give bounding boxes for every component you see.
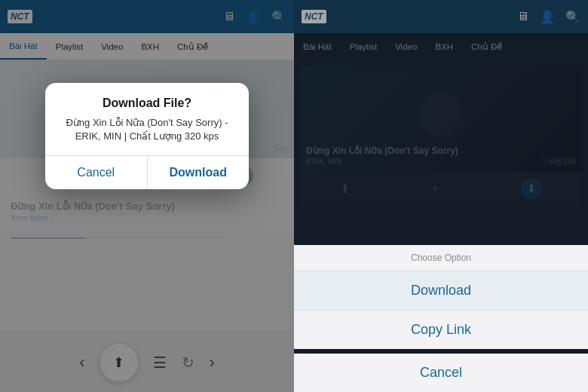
right-panel: NCT 🖥 👤 🔍 Bài Hát Playlist Video BXH Chủ…	[294, 0, 588, 392]
action-sheet: Choose Option Download Copy Link Cancel	[294, 245, 588, 392]
left-panel: NCT 🖥 👤 🔍 Bài Hát Playlist Video BXH Chủ…	[0, 0, 294, 392]
action-sheet-download-button[interactable]: Download	[294, 271, 588, 310]
download-dialog-overlay: Download File? Đừng Xin Lỗi Nữa (Don't S…	[0, 0, 294, 392]
dialog-message: Đừng Xin Lỗi Nữa (Don't Say Sorry) - ERI…	[60, 116, 234, 143]
action-sheet-copy-link-button[interactable]: Copy Link	[294, 310, 588, 349]
download-dialog: Download File? Đừng Xin Lỗi Nữa (Don't S…	[45, 83, 249, 189]
action-sheet-cancel-button[interactable]: Cancel	[294, 354, 588, 392]
dialog-content: Download File? Đừng Xin Lỗi Nữa (Don't S…	[45, 83, 249, 155]
dialog-download-button[interactable]: Download	[148, 156, 250, 189]
dialog-cancel-button[interactable]: Cancel	[45, 156, 148, 189]
action-sheet-title: Choose Option	[294, 245, 588, 271]
app-background: NCT 🖥 👤 🔍 Bài Hát Playlist Video BXH Chủ…	[0, 0, 588, 392]
dialog-buttons: Cancel Download	[45, 155, 249, 189]
action-sheet-overlay: Choose Option Download Copy Link Cancel	[294, 0, 588, 392]
dialog-title: Download File?	[60, 96, 234, 110]
